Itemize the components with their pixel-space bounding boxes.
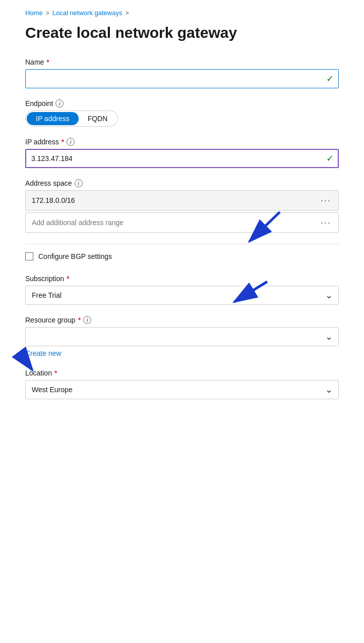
address-space-field-group: Address space i ··· ···	[25, 179, 339, 233]
resource-group-dropdown[interactable]	[25, 327, 339, 346]
divider	[25, 244, 339, 244]
subscription-label: Subscription *	[25, 275, 339, 283]
resource-group-required: *	[78, 316, 81, 324]
ip-required: *	[62, 138, 64, 146]
name-label: Name *	[25, 58, 339, 66]
address-add-dots-btn[interactable]: ···	[314, 213, 338, 232]
create-new-link[interactable]: Create new	[25, 349, 62, 357]
bgp-row: Configure BGP settings	[25, 252, 339, 260]
ip-address-field-group: IP address * i ✓	[25, 138, 339, 168]
address-space-info-icon[interactable]: i	[75, 179, 83, 187]
resource-group-info-icon[interactable]: i	[83, 316, 91, 324]
name-checkmark: ✓	[326, 73, 334, 84]
resource-group-dropdown-wrapper: ⌄	[25, 327, 339, 346]
address-space-row: ···	[25, 190, 339, 210]
bgp-label: Configure BGP settings	[38, 252, 112, 260]
endpoint-fqdn-option[interactable]: FQDN	[79, 112, 117, 125]
ip-checkmark: ✓	[326, 153, 334, 164]
endpoint-ip-option[interactable]: IP address	[27, 112, 79, 125]
breadcrumb-sep1: >	[46, 10, 49, 17]
resource-group-label: Resource group * i	[25, 316, 339, 324]
subscription-dropdown[interactable]: Free Trial	[25, 286, 339, 305]
endpoint-field-group: Endpoint i IP address FQDN	[25, 99, 339, 127]
page-title: Create local network gateway	[25, 24, 339, 42]
subscription-field-group: Subscription * Free Trial ⌄	[25, 275, 339, 305]
name-input-wrapper: ✓	[25, 69, 339, 88]
address-space-label: Address space i	[25, 179, 339, 187]
breadcrumb: Home > Local network gateways >	[25, 9, 339, 17]
location-field-group: Location * West Europe ⌄	[25, 369, 339, 399]
breadcrumb-home[interactable]: Home	[25, 9, 43, 17]
bgp-checkbox[interactable]	[25, 252, 33, 260]
ip-input-wrapper: ✓	[25, 149, 339, 168]
resource-group-field-group: Resource group * i ⌄ Create new	[25, 316, 339, 358]
breadcrumb-local-network[interactable]: Local network gateways	[52, 9, 123, 17]
ip-info-icon[interactable]: i	[67, 138, 75, 146]
address-space-dots-btn[interactable]: ···	[314, 191, 338, 210]
subscription-required: *	[67, 275, 69, 283]
endpoint-label: Endpoint i	[25, 99, 339, 108]
name-field-group: Name * ✓	[25, 58, 339, 88]
location-dropdown[interactable]: West Europe	[25, 380, 339, 399]
address-add-input[interactable]	[26, 214, 314, 231]
ip-address-label: IP address * i	[25, 138, 339, 146]
endpoint-info-icon[interactable]: i	[55, 99, 64, 108]
location-dropdown-wrapper: West Europe ⌄	[25, 380, 339, 399]
location-required: *	[54, 369, 57, 377]
address-add-row: ···	[25, 212, 339, 233]
name-required: *	[46, 58, 49, 66]
breadcrumb-sep2: >	[125, 10, 129, 17]
endpoint-toggle: IP address FQDN	[25, 111, 118, 127]
address-space-value[interactable]	[26, 192, 314, 209]
ip-address-input[interactable]	[25, 149, 339, 168]
location-label: Location *	[25, 369, 339, 377]
subscription-dropdown-wrapper: Free Trial ⌄	[25, 286, 339, 305]
name-input[interactable]	[25, 69, 339, 88]
